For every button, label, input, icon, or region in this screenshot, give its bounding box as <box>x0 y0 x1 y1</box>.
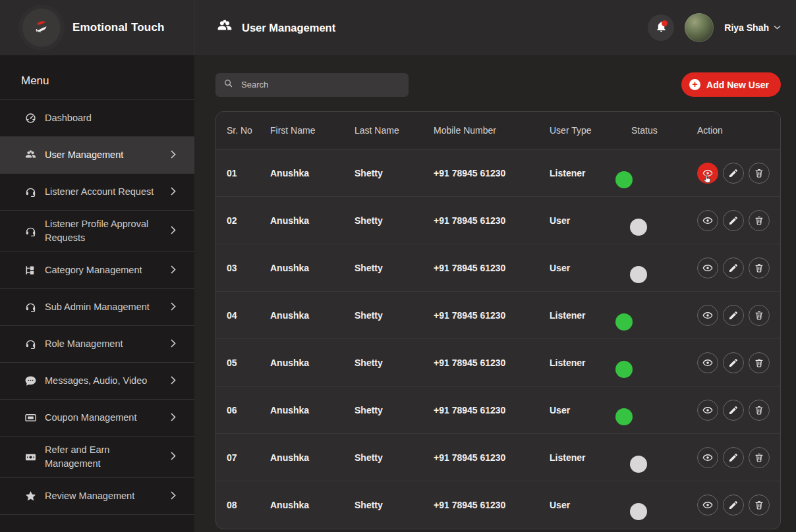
main-area: User Management Riya Shah <box>194 0 796 532</box>
sidebar-item-sub-admin-management[interactable]: Sub Admin Management <box>0 289 194 326</box>
sidebar-item-coupon-management[interactable]: Coupon Management <box>0 400 194 437</box>
table-header-row: Sr. NoFirst NameLast NameMobile NumberUs… <box>216 112 780 149</box>
chevron-right-icon <box>171 187 176 198</box>
cell-mobile-number: +91 78945 61230 <box>434 263 550 273</box>
add-new-user-label: Add New User <box>706 80 769 90</box>
cell-sr-no: 03 <box>227 263 270 273</box>
users-icon <box>216 18 233 38</box>
topbar: User Management Riya Shah <box>194 0 796 55</box>
toolbar: + Add New User <box>215 72 781 97</box>
sidebar-item-label: Listener Profile Approval Requests <box>45 217 165 245</box>
sidebar-item-listener-account-request[interactable]: Listener Account Request <box>0 174 194 211</box>
plus-icon: + <box>689 79 700 90</box>
user-name: Riya Shah <box>724 22 769 33</box>
user-menu[interactable]: Riya Shah <box>724 22 781 33</box>
edit-button[interactable] <box>723 494 744 516</box>
cell-mobile-number: +91 78945 61230 <box>434 452 550 463</box>
chevron-right-icon <box>171 226 176 236</box>
view-button[interactable] <box>697 447 718 468</box>
search-input[interactable] <box>241 80 401 90</box>
column-header-first-name: First Name <box>270 125 355 136</box>
sidebar-item-label: Sub Admin Management <box>45 300 165 314</box>
cell-last-name: Shetty <box>355 452 434 463</box>
cell-user-type: Listener <box>550 452 631 463</box>
delete-button[interactable] <box>749 400 770 421</box>
cell-first-name: Anushka <box>270 500 355 510</box>
view-button[interactable] <box>697 400 718 421</box>
users-icon <box>24 149 37 162</box>
row-actions <box>697 305 770 326</box>
delete-button[interactable] <box>749 305 770 326</box>
edit-button[interactable] <box>723 447 744 468</box>
edit-button[interactable] <box>723 400 744 421</box>
column-header-user-type: User Type <box>550 125 631 136</box>
view-button[interactable] <box>697 352 718 373</box>
search-box[interactable] <box>215 73 409 97</box>
sidebar-item-label: Listener Account Request <box>45 185 165 199</box>
cell-first-name: Anushka <box>270 263 355 273</box>
delete-button[interactable] <box>749 163 770 184</box>
sidebar-item-review-management[interactable]: Review Management <box>0 478 194 515</box>
table-row: 02 Anushka Shetty +91 78945 61230 User <box>216 197 780 244</box>
table-body: 01 Anushka Shetty +91 78945 61230 Listen… <box>216 149 780 529</box>
cell-last-name: Shetty <box>355 215 434 226</box>
sidebar-item-label: Coupon Management <box>45 411 165 425</box>
delete-button[interactable] <box>749 352 770 373</box>
column-header-mobile-number: Mobile Number <box>434 125 550 136</box>
chevron-right-icon <box>171 413 176 423</box>
topbar-right: Riya Shah <box>648 13 781 42</box>
cell-first-name: Anushka <box>270 215 355 226</box>
delete-button[interactable] <box>749 447 770 468</box>
delete-button[interactable] <box>749 257 770 279</box>
sidebar-item-refer-and-earn-management[interactable]: Refer and Earn Management <box>0 437 194 478</box>
sidebar-item-category-management[interactable]: Category Management <box>0 252 194 289</box>
table-row: 04 Anushka Shetty +91 78945 61230 Listen… <box>216 292 780 339</box>
edit-button[interactable] <box>723 352 744 373</box>
cell-first-name: Anushka <box>270 168 355 178</box>
view-button[interactable] <box>697 494 718 516</box>
sidebar-item-label: Messages, Audio, Video <box>45 374 165 388</box>
edit-button[interactable] <box>723 257 744 279</box>
row-actions <box>697 163 770 184</box>
cell-sr-no: 02 <box>227 215 270 226</box>
sidebar-item-label: Refer and Earn Management <box>45 443 165 471</box>
chat-icon <box>24 375 37 388</box>
cell-first-name: Anushka <box>270 310 355 321</box>
cell-last-name: Shetty <box>355 500 434 510</box>
table-row: 01 Anushka Shetty +91 78945 61230 Listen… <box>216 149 780 197</box>
sidebar-item-listener-profile-approval-requests[interactable]: Listener Profile Approval Requests <box>0 211 194 252</box>
column-header-action: Action <box>697 125 770 136</box>
view-button[interactable] <box>697 210 718 231</box>
table-row: 06 Anushka Shetty +91 78945 61230 User <box>216 386 780 434</box>
edit-button[interactable] <box>723 305 744 326</box>
delete-button[interactable] <box>749 210 770 231</box>
edit-button[interactable] <box>723 163 744 184</box>
view-button[interactable] <box>697 257 718 279</box>
view-button[interactable] <box>697 163 718 184</box>
chevron-down-icon <box>774 23 781 32</box>
column-header-status: Status <box>631 125 697 136</box>
cell-sr-no: 08 <box>227 500 270 510</box>
page-title-group: User Management <box>216 18 335 38</box>
chevron-right-icon <box>171 376 176 386</box>
coupon-icon <box>24 412 37 425</box>
money-icon <box>24 450 37 464</box>
avatar[interactable] <box>685 13 714 42</box>
cell-sr-no: 01 <box>227 168 270 178</box>
table-row: 05 Anushka Shetty +91 78945 61230 Listen… <box>216 339 780 386</box>
add-new-user-button[interactable]: + Add New User <box>681 72 781 97</box>
edit-button[interactable] <box>723 210 744 231</box>
cell-first-name: Anushka <box>270 452 355 463</box>
sidebar-item-label: Category Management <box>45 263 165 277</box>
headset-icon <box>24 301 37 314</box>
view-button[interactable] <box>697 305 718 326</box>
delete-button[interactable] <box>749 494 770 516</box>
sidebar-item-role-management[interactable]: Role Management <box>0 326 194 363</box>
sidebar-item-user-management[interactable]: User Management <box>0 137 194 174</box>
notifications-button[interactable] <box>648 14 674 41</box>
sidebar-item-label: User Management <box>45 148 165 162</box>
sidebar-item-messages-audio-video[interactable]: Messages, Audio, Video <box>0 363 194 400</box>
sidebar-item-dashboard[interactable]: Dashboard <box>0 100 194 137</box>
row-actions <box>697 210 770 231</box>
chevron-right-icon <box>171 491 176 502</box>
